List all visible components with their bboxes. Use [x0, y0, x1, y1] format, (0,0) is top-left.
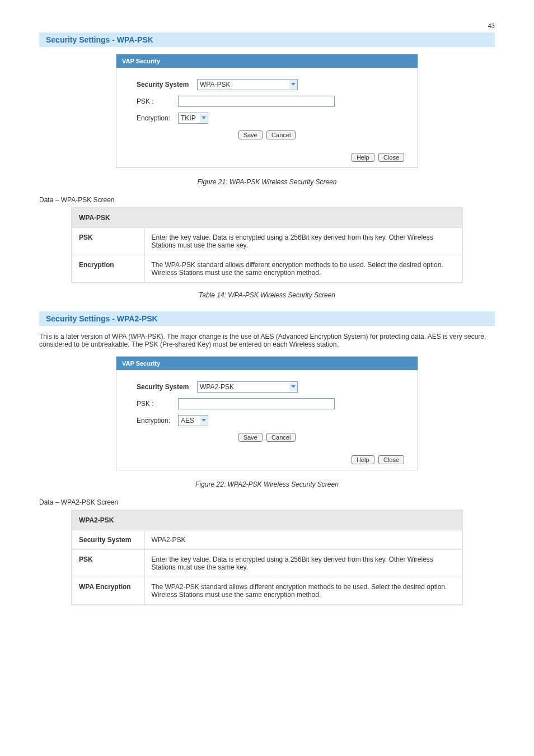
psk-input[interactable] [178, 96, 335, 107]
row-label: PSK [72, 228, 144, 255]
table-caption: Table 14: WPA-PSK Wireless Security Scre… [39, 291, 495, 299]
row-desc: The WPA2-PSK standard allows different e… [144, 577, 462, 605]
encryption-select[interactable]: TKIP [178, 113, 208, 124]
table-intro: Data – WPA2-PSK Screen [39, 498, 495, 506]
encryption-label: Encryption: [137, 417, 178, 424]
security-system-label: Security System [137, 81, 197, 88]
section-intro: This is a later version of WPA (WPA-PSK)… [39, 333, 495, 348]
psk-label: PSK : [137, 97, 178, 105]
table-header: WPA2-PSK [72, 510, 462, 530]
row-label: Security System [72, 530, 144, 550]
table-row: PSK Enter the key value. Data is encrypt… [72, 550, 462, 577]
help-button[interactable]: Help [352, 153, 374, 162]
save-button[interactable]: Save [238, 433, 263, 442]
table-intro: Data – WPA-PSK Screen [39, 196, 495, 204]
page-number: 43 [39, 22, 495, 29]
table-row: PSK Enter the key value. Data is encrypt… [72, 228, 462, 255]
table-row: WPA Encryption The WPA2-PSK standard all… [72, 577, 462, 605]
encryption-value: TKIP [181, 114, 196, 122]
security-system-value: WPA2-PSK [200, 383, 234, 391]
encryption-select[interactable]: AES [178, 415, 208, 426]
security-system-value: WPA-PSK [200, 81, 230, 88]
table-row: Security System WPA2-PSK [72, 530, 462, 550]
psk-label: PSK : [137, 400, 178, 408]
dialog-wpa2-psk: VAP Security Security System WPA2-PSK PS… [116, 356, 418, 470]
table-header: WPA-PSK [72, 208, 462, 228]
row-label: WPA Encryption [72, 577, 144, 605]
row-desc: Enter the key value. Data is encrypted u… [144, 228, 462, 255]
figure-caption: Figure 22: WPA2-PSK Wireless Security Sc… [39, 480, 495, 488]
close-button[interactable]: Close [378, 455, 404, 464]
chevron-down-icon [289, 382, 297, 391]
security-system-select[interactable]: WPA-PSK [197, 79, 298, 90]
cancel-button[interactable]: Cancel [266, 130, 296, 139]
row-desc: WPA2-PSK [144, 530, 462, 550]
heading-wpa2-psk: Security Settings - WPA2-PSK [39, 311, 495, 326]
encryption-label: Encryption: [137, 114, 178, 122]
figure-caption: Figure 21: WPA-PSK Wireless Security Scr… [39, 178, 495, 186]
help-button[interactable]: Help [352, 455, 374, 464]
row-label: PSK [72, 550, 144, 577]
dialog-title: VAP Security [116, 54, 418, 68]
chevron-down-icon [289, 80, 297, 89]
table-row: Encryption The WPA-PSK standard allows d… [72, 255, 462, 283]
heading-wpa-psk: Security Settings - WPA-PSK [39, 32, 495, 47]
chevron-down-icon [200, 416, 207, 425]
dialog-title: VAP Security [116, 357, 418, 370]
chevron-down-icon [200, 114, 207, 123]
psk-input[interactable] [178, 398, 335, 409]
settings-table-wpa2-psk: WPA2-PSK Security System WPA2-PSK PSK En… [71, 510, 463, 605]
close-button[interactable]: Close [378, 153, 404, 162]
security-system-select[interactable]: WPA2-PSK [197, 381, 298, 393]
save-button[interactable]: Save [238, 130, 263, 139]
security-system-label: Security System [137, 383, 197, 391]
row-desc: The WPA-PSK standard allows different en… [144, 255, 462, 283]
cancel-button[interactable]: Cancel [266, 433, 296, 442]
row-label: Encryption [72, 255, 144, 283]
encryption-value: AES [181, 417, 194, 424]
settings-table-wpa-psk: WPA-PSK PSK Enter the key value. Data is… [71, 207, 463, 283]
dialog-wpa-psk: VAP Security Security System WPA-PSK PSK… [116, 54, 418, 168]
row-desc: Enter the key value. Data is encrypted u… [144, 550, 462, 577]
